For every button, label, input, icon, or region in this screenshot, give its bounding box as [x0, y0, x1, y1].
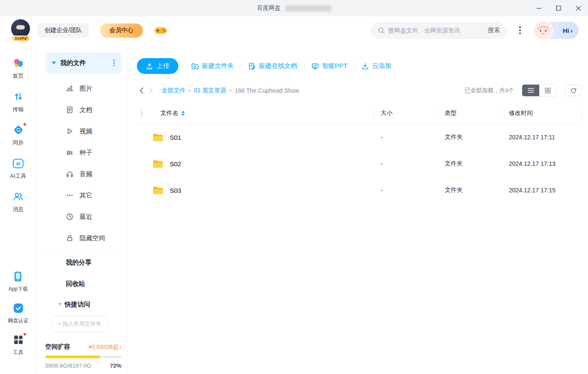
sidebar-item-my-shares[interactable]: 我的分享	[45, 252, 121, 273]
main-panel: 上传 新建文件夹 新建在线文档	[127, 44, 588, 374]
breadcrumb-link-english-resources[interactable]: 01 英文资源	[194, 87, 226, 94]
grid-view-button[interactable]	[539, 85, 556, 96]
column-header-size[interactable]: 大小	[373, 103, 437, 124]
titlebar-center: 百度网盘	[257, 4, 331, 12]
sidebar-item-label: 最近	[80, 213, 92, 221]
sidebar-item-hidden-space[interactable]: 隐藏空间	[45, 227, 121, 249]
account-logo[interactable]: SVIP4	[10, 19, 31, 41]
sidebar-item-documents[interactable]: 文档	[45, 99, 121, 121]
nav-item-messages[interactable]: 消息	[12, 191, 24, 213]
maximize-icon	[556, 6, 561, 11]
select-all-checkbox[interactable]	[141, 109, 142, 117]
headphones-icon	[66, 170, 74, 178]
sidebar-item-torrents[interactable]: Bt 种子	[45, 142, 121, 163]
cloud-add-icon	[361, 62, 369, 70]
nav-label: AI工具	[10, 172, 26, 180]
titlebar[interactable]: 百度网盘	[0, 0, 588, 16]
new-online-doc-button[interactable]: 新建在线文档	[248, 62, 297, 70]
nav-item-certification[interactable]: 网盘认证	[8, 302, 29, 324]
table-row[interactable]: S03 - 文件夹 2024.12.17 17:15	[137, 177, 582, 203]
user-chip[interactable]: Hi ›	[533, 21, 579, 40]
member-center-button[interactable]: 会员中心	[100, 24, 143, 38]
nav-item-ai-tools[interactable]: AI AI工具	[10, 157, 26, 180]
quick-access-label: 快捷访问	[65, 300, 90, 309]
more-menu-button[interactable]	[513, 27, 527, 34]
column-header-name[interactable]: 文件名	[152, 103, 373, 124]
storage-upgrade-link[interactable]: ¥0.03/GB起›	[89, 343, 121, 351]
header-checkbox-cell	[137, 109, 152, 117]
my-files-label: 我的文件	[60, 59, 86, 67]
maximize-button[interactable]	[549, 0, 568, 16]
file-name-cell[interactable]: S02	[152, 159, 373, 169]
forward-button[interactable]	[146, 85, 156, 96]
folder-icon	[152, 133, 164, 142]
video-play-icon	[66, 127, 74, 135]
file-modified: 2024.12.17 17:11	[504, 134, 582, 141]
file-size: -	[373, 160, 437, 167]
sidebar-item-my-files[interactable]: 我的文件	[45, 52, 121, 74]
storage-progress-fill	[45, 356, 100, 358]
sidebar-item-others[interactable]: 其它	[45, 185, 121, 206]
window-title: 百度网盘	[257, 4, 281, 12]
nav-label: 首页	[13, 72, 24, 80]
nav-item-sync[interactable]: 同步	[12, 124, 24, 147]
nav-item-home[interactable]: 首页	[12, 57, 24, 80]
storage-usage-text: 5908.6G/8197.0G	[45, 362, 91, 369]
sidebar-item-label: 其它	[80, 191, 92, 200]
list-view-icon	[528, 88, 534, 93]
smart-ppt-button[interactable]: 智能PPT	[311, 62, 347, 70]
sidebar-item-videos[interactable]: 视频	[45, 121, 121, 142]
storage-expand-label: 空间扩容	[45, 343, 70, 351]
new-folder-button[interactable]: 新建文件夹	[191, 62, 234, 70]
sort-icon[interactable]	[181, 111, 185, 116]
nav-item-transfer[interactable]: 传输	[12, 91, 24, 113]
sidebar-item-recycle-bin[interactable]: 回收站	[45, 273, 121, 294]
sidebar-item-quick-access[interactable]: 快捷访问	[45, 294, 121, 314]
upload-button[interactable]: 上传	[137, 58, 178, 74]
transfer-icon	[12, 91, 24, 103]
load-status-text: 已全部加载，共3个	[464, 87, 514, 94]
sidebar-item-label: 图片	[80, 85, 92, 93]
table-row[interactable]: S01 - 文件夹 2024.12.17 17:11	[137, 124, 582, 150]
nav-label: 消息	[13, 206, 24, 213]
sidebar-item-audio[interactable]: 音频	[45, 163, 121, 185]
file-name-cell[interactable]: S01	[152, 133, 373, 142]
cloud-add-button[interactable]: 云添加	[361, 62, 391, 70]
svg-text:AI: AI	[16, 161, 20, 166]
chevron-left-icon	[139, 87, 144, 94]
greeting-arrow: ›	[570, 27, 573, 34]
column-header-modified[interactable]: 修改时间	[504, 103, 582, 124]
column-header-type[interactable]: 类型	[437, 103, 504, 124]
tools-icon	[12, 334, 24, 346]
search-box[interactable]: 搜索	[371, 22, 507, 39]
table-row[interactable]: S02 - 文件夹 2024.12.17 17:13	[137, 150, 582, 177]
file-table: 文件名 大小 类型 修改时间 S01	[137, 103, 582, 374]
file-size: -	[373, 134, 437, 141]
file-name-cell[interactable]: S03	[152, 186, 373, 195]
sidebar-item-recent[interactable]: 最近	[45, 206, 121, 227]
search-submit[interactable]: 搜索	[484, 27, 500, 34]
sidebar-item-pictures[interactable]: 图片	[45, 78, 121, 99]
back-button[interactable]	[137, 85, 146, 96]
category-list: 图片 文档 视频	[45, 78, 121, 249]
document-icon	[66, 106, 74, 114]
file-size: -	[373, 187, 437, 194]
user-avatar[interactable]	[533, 21, 553, 40]
search-input[interactable]	[388, 27, 484, 34]
pin-folder-dropzone[interactable]: + 拖入常用文件夹	[51, 316, 108, 332]
breadcrumb-link-all-files[interactable]: 全部文件	[162, 87, 186, 94]
close-button[interactable]	[568, 0, 588, 16]
my-files-more-button[interactable]	[112, 58, 117, 68]
file-type: 文件夹	[437, 186, 504, 194]
nav-item-tools[interactable]: 工具	[12, 334, 24, 356]
refresh-button[interactable]	[565, 85, 582, 96]
game-center-button[interactable]	[154, 25, 168, 35]
nav-item-app-download[interactable]: App下载	[9, 271, 28, 293]
list-view-button[interactable]	[522, 85, 539, 96]
toolbar-actions: 新建文件夹 新建在线文档 智能PPT	[191, 62, 391, 70]
user-avatar-face	[534, 21, 552, 39]
minimize-button[interactable]	[529, 0, 549, 16]
create-team-button[interactable]: 创建企业/团队	[38, 23, 89, 38]
toolbar-separator	[354, 63, 355, 69]
left-nav-bottom: App下载 网盘认证	[8, 271, 29, 365]
